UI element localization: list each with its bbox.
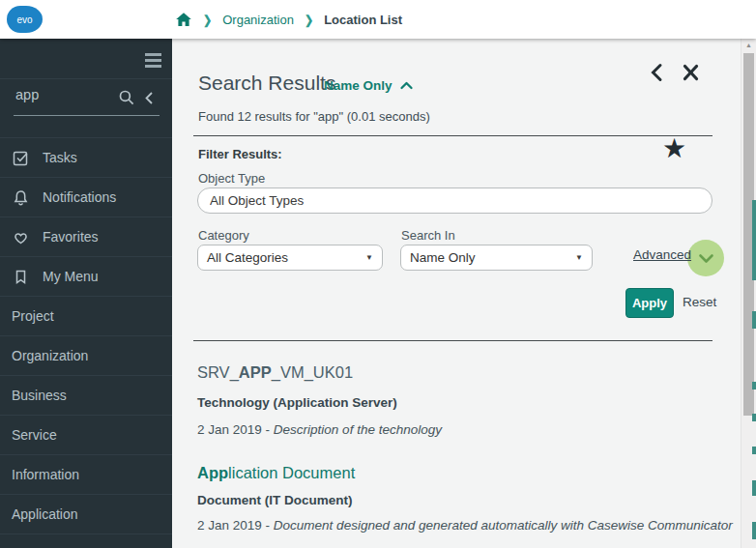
chevron-left-icon[interactable] (143, 91, 155, 109)
result-title-text: SRV_ (197, 363, 239, 381)
sidebar-item-label: Service (12, 427, 57, 443)
result-title-text: _VM_UK01 (272, 363, 353, 381)
divider (193, 340, 712, 341)
bell-icon (12, 188, 35, 207)
category-dropdown[interactable]: All Categories ▼ (197, 245, 383, 271)
scrollbar-thumb[interactable] (743, 53, 754, 416)
search-in-value: Name Only (410, 250, 476, 265)
sidebar-item-label: My Menu (43, 269, 99, 284)
result-description: Document designed and generated automati… (274, 518, 733, 533)
sidebar-item-label: Notifications (43, 189, 116, 205)
close-icon[interactable] (683, 63, 699, 86)
sidebar: Tasks Notifications Favorites (0, 39, 172, 548)
sidebar-item-business[interactable]: Business (0, 375, 172, 415)
result-date: 2 Jan 2019 (197, 518, 262, 533)
top-header: evo ❯ Organization ❯ Location List (0, 0, 756, 39)
category-value: All Categories (207, 250, 288, 265)
sidebar-item-my-menu[interactable]: My Menu (0, 256, 172, 296)
result-separator: - (266, 518, 271, 533)
advanced-toggle-button[interactable] (687, 240, 724, 276)
result-title-link[interactable]: Application Document (197, 464, 355, 482)
favorite-star-icon[interactable]: ★ (662, 135, 686, 162)
result-title-match: APP (239, 363, 272, 381)
filter-heading: Filter Results: (198, 147, 282, 161)
sidebar-item-project[interactable]: Project (0, 296, 172, 335)
sidebar-item-label: Tasks (43, 150, 77, 165)
result-object-type: Document (IT Document) (197, 493, 353, 507)
breadcrumb-organization[interactable]: Organization (222, 13, 294, 27)
heart-icon (12, 228, 35, 246)
sidebar-item-label: Business (12, 388, 67, 403)
apply-button[interactable]: Apply (625, 288, 674, 318)
home-icon[interactable] (175, 12, 192, 27)
sidebar-divider (0, 78, 172, 79)
breadcrumb-separator-icon: ❯ (203, 13, 212, 27)
sidebar-item-notifications[interactable]: Notifications (0, 177, 172, 216)
dropdown-arrow-icon: ▼ (365, 253, 373, 262)
dropdown-arrow-icon: ▼ (575, 253, 583, 262)
app-screen: evo ❯ Organization ❯ Location List (0, 0, 756, 548)
bookmark-icon (12, 268, 35, 286)
chevron-up-icon (399, 80, 414, 91)
sidebar-item-favorites[interactable]: Favorites (0, 216, 172, 256)
sidebar-menu: Tasks Notifications Favorites (0, 137, 172, 548)
sidebar-item-label: Project (12, 308, 54, 324)
back-chevron-icon[interactable] (650, 63, 663, 86)
evo-logo-text: evo (16, 14, 32, 25)
hamburger-menu-icon[interactable] (145, 53, 161, 68)
object-type-input[interactable] (197, 187, 712, 214)
sidebar-item-label: Favorites (43, 229, 99, 245)
result-title-link[interactable]: SRV_APP_VM_UK01 (197, 363, 353, 382)
scrollbar-up-arrow-icon[interactable]: ▲ (741, 42, 756, 48)
scope-label: Name Only (324, 78, 393, 93)
result-title-match: App (197, 464, 228, 481)
evo-logo[interactable]: evo (7, 6, 43, 33)
search-in-dropdown[interactable]: Name Only ▼ (400, 245, 593, 271)
breadcrumb-current-page: Location List (324, 13, 402, 27)
page-title: Search Results (198, 72, 335, 95)
tasks-icon (12, 149, 35, 167)
search-in-label: Search In (401, 228, 455, 243)
sidebar-item-label: Information (12, 467, 79, 482)
sidebar-item-partial[interactable] (0, 534, 172, 548)
result-separator: - (266, 422, 271, 437)
sidebar-item-label: Organization (12, 348, 88, 363)
result-title-text: lication Document (228, 464, 355, 481)
result-meta: 2 Jan 2019 - Description of the technolo… (197, 422, 442, 437)
sidebar-item-information[interactable]: Information (0, 454, 172, 494)
sidebar-item-service[interactable]: Service (0, 415, 172, 454)
scope-toggle[interactable]: Name Only (324, 78, 414, 93)
result-description: Description of the technology (274, 422, 442, 437)
search-results-panel: Search Results Name Only Found 12 result… (172, 39, 741, 548)
sidebar-item-label: Application (12, 506, 78, 522)
chevron-down-icon (698, 253, 714, 264)
result-object-type: Technology (Application Server) (197, 395, 397, 410)
sidebar-item-application[interactable]: Application (0, 494, 172, 534)
sidebar-item-tasks[interactable]: Tasks (0, 137, 172, 177)
search-underline (14, 115, 160, 116)
breadcrumb: ❯ Organization ❯ Location List (175, 0, 402, 39)
result-meta: 2 Jan 2019 - Document designed and gener… (197, 518, 733, 533)
result-date: 2 Jan 2019 (197, 422, 262, 437)
vertical-scrollbar[interactable]: ▲ (741, 39, 756, 548)
sidebar-item-organization[interactable]: Organization (0, 335, 172, 375)
object-type-label: Object Type (198, 171, 265, 186)
category-label: Category (198, 228, 249, 243)
reset-link[interactable]: Reset (683, 295, 716, 309)
results-summary: Found 12 results for "app" (0.01 seconds… (198, 109, 430, 124)
search-icon[interactable] (118, 89, 135, 110)
divider (193, 135, 712, 136)
advanced-link[interactable]: Advanced (633, 247, 691, 262)
sidebar-search-input[interactable] (15, 87, 112, 102)
breadcrumb-separator-icon: ❯ (305, 13, 313, 27)
